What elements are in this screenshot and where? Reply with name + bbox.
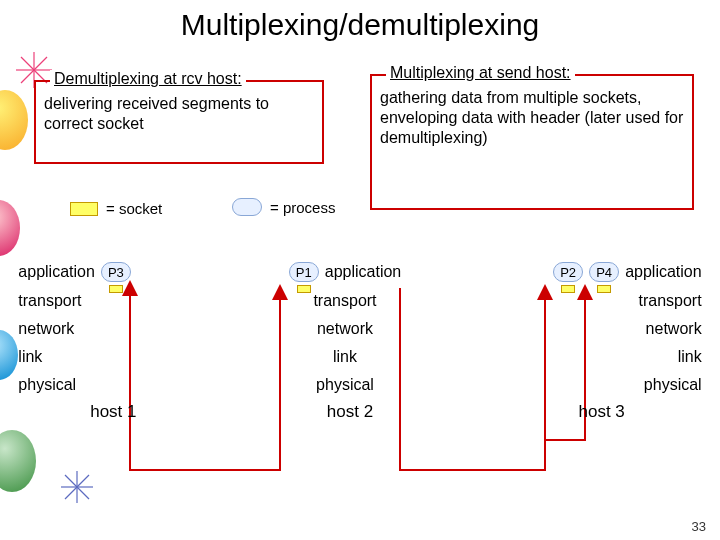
legend-socket: = socket — [70, 200, 162, 217]
socket-icon — [109, 285, 123, 293]
demux-body: delivering received segments to correct … — [44, 94, 314, 134]
page-title: Multiplexing/demultiplexing — [0, 8, 720, 42]
demux-legend: Demultiplexing at rcv host: — [50, 70, 246, 88]
layer-label-transport: transport — [313, 292, 376, 310]
layer-label-network: network — [18, 320, 198, 338]
socket-icon — [597, 285, 611, 293]
host-1: application P3 transport network link ph… — [18, 262, 198, 422]
socket-icon — [297, 285, 311, 293]
legend-process-label: = process — [270, 199, 335, 216]
layer-label-physical: physical — [316, 376, 374, 394]
balloon-decoration — [0, 200, 20, 256]
demux-box: Demultiplexing at rcv host: delivering r… — [34, 80, 324, 164]
process-p4: P4 — [589, 262, 619, 282]
host1-app-layer: application P3 — [18, 262, 198, 282]
host-3: P2 P4 application transport network link… — [492, 262, 702, 422]
process-p3-label: P3 — [108, 265, 124, 280]
balloon-decoration — [0, 90, 28, 150]
balloon-decoration — [0, 430, 36, 492]
layer-label-transport: transport — [492, 292, 702, 310]
layer-label-physical: physical — [492, 376, 702, 394]
process-p4-label: P4 — [596, 265, 612, 280]
host3-label: host 3 — [492, 402, 702, 422]
legend-process: = process — [232, 198, 335, 216]
svg-line-14 — [65, 487, 77, 499]
layer-label-transport: transport — [18, 292, 198, 310]
layer-label-network: network — [317, 320, 373, 338]
svg-line-12 — [65, 475, 77, 487]
legend-socket-label: = socket — [106, 200, 162, 217]
layer-label-link: link — [333, 348, 357, 366]
process-p2: P2 — [553, 262, 583, 282]
svg-line-15 — [77, 487, 89, 499]
hosts-row: application P3 transport network link ph… — [0, 262, 720, 422]
process-p2-label: P2 — [560, 265, 576, 280]
layer-label-link: link — [492, 348, 702, 366]
host2-app-layer: P1 application — [289, 262, 402, 282]
process-p1-label: P1 — [296, 265, 312, 280]
svg-line-6 — [21, 70, 34, 83]
host3-app-layer: P2 P4 application — [492, 262, 702, 282]
layer-label-physical: physical — [18, 376, 198, 394]
process-p1: P1 — [289, 262, 319, 282]
svg-line-4 — [21, 57, 34, 70]
layer-label-link: link — [18, 348, 198, 366]
socket-swatch-icon — [70, 202, 98, 216]
svg-line-5 — [34, 57, 47, 70]
layer-label-application: application — [325, 263, 402, 281]
host2-label: host 2 — [235, 402, 455, 422]
host-2: P1 application transport network link ph… — [235, 262, 455, 422]
slide-number: 33 — [692, 519, 706, 534]
mux-legend: Multiplexing at send host: — [386, 64, 575, 82]
firework-decoration — [60, 470, 94, 508]
layer-label-application: application — [18, 263, 95, 281]
socket-icon — [561, 285, 575, 293]
layer-label-network: network — [492, 320, 702, 338]
process-swatch-icon — [232, 198, 262, 216]
layer-label-application: application — [625, 263, 702, 281]
svg-line-13 — [77, 475, 89, 487]
mux-body: gathering data from multiple sockets, en… — [380, 88, 684, 148]
mux-box: Multiplexing at send host: gathering dat… — [370, 74, 694, 210]
host1-label: host 1 — [18, 402, 198, 422]
process-p3: P3 — [101, 262, 131, 282]
